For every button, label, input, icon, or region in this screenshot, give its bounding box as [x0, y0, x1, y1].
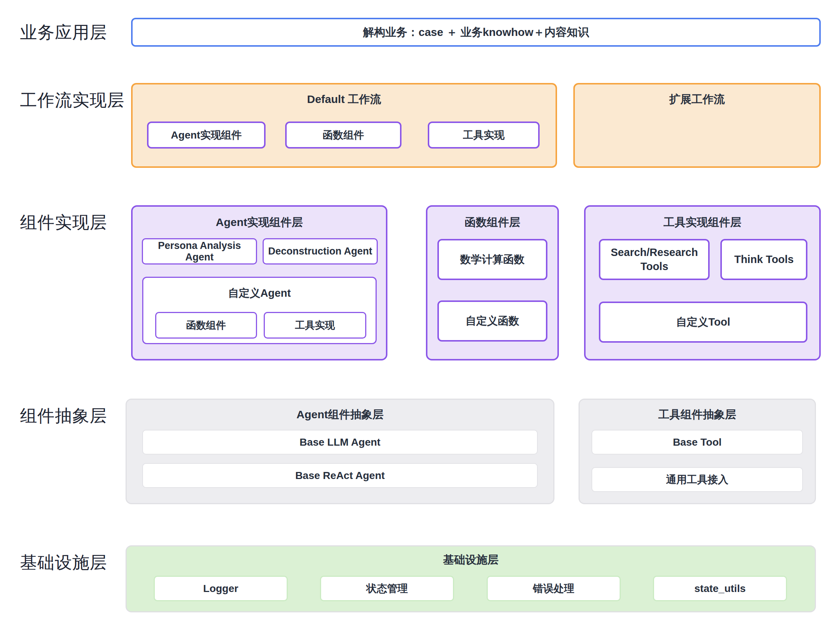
- logger-node: Logger: [154, 576, 288, 601]
- infrastructure-group-title: 基础设施层: [127, 553, 815, 566]
- think-tools-node: Think Tools: [720, 239, 807, 280]
- custom-agent-title: 自定义Agent: [143, 286, 376, 301]
- default-workflow-items: Agent实现组件 函数组件 工具实现: [133, 122, 556, 149]
- agent-chips-row: Persona Analysis Agent Deconstruction Ag…: [142, 238, 378, 264]
- abstraction-layer-row: 组件抽象层 Agent组件抽象层 Base LLM Agent Base ReA…: [0, 399, 840, 504]
- custom-agent-function-node: 函数组件: [155, 312, 257, 338]
- infrastructure-layer-row: 基础设施层 基础设施层 Logger 状态管理 错误处理 state_utils: [0, 545, 840, 612]
- workflow-layer-row: 工作流实现层 Default 工作流 Agent实现组件 函数组件 工具实现 扩…: [0, 83, 840, 168]
- function-component-group: 函数组件层 数学计算函数 自定义函数: [426, 205, 559, 360]
- infrastructure-items: Logger 状态管理 错误处理 state_utils: [154, 576, 787, 601]
- workflow-node-function-component: 函数组件: [285, 122, 401, 149]
- workflow-node-tool-implementation: 工具实现: [428, 122, 540, 149]
- agent-component-group: Agent实现组件层 Persona Analysis Agent Decons…: [131, 205, 387, 360]
- custom-tool-node: 自定义Tool: [599, 302, 807, 343]
- base-tool-node: Base Tool: [592, 430, 803, 455]
- infrastructure-group: 基础设施层 Logger 状态管理 错误处理 state_utils: [126, 545, 816, 612]
- layer-label-workflow: 工作流实现层: [0, 83, 131, 110]
- custom-agent-tool-node: 工具实现: [264, 312, 366, 338]
- custom-agent-items: 函数组件 工具实现: [155, 312, 366, 338]
- custom-agent-group: 自定义Agent 函数组件 工具实现: [142, 277, 377, 344]
- tool-abstraction-title: 工具组件抽象层: [579, 408, 815, 421]
- error-handling-node: 错误处理: [487, 576, 621, 601]
- agent-component-group-title: Agent实现组件层: [133, 216, 386, 229]
- agent-abstraction-title: Agent组件抽象层: [127, 408, 553, 421]
- default-workflow-group: Default 工作流 Agent实现组件 函数组件 工具实现: [131, 83, 557, 168]
- state-management-node: 状态管理: [320, 576, 454, 601]
- tool-abstraction-group: 工具组件抽象层 Base Tool 通用工具接入: [578, 399, 816, 504]
- layer-label-components: 组件实现层: [0, 205, 131, 232]
- layer-label-infrastructure: 基础设施层: [0, 545, 131, 572]
- workflow-node-agent-component: Agent实现组件: [147, 122, 265, 149]
- business-decomposition-node: 解构业务：case ＋ 业务knowhow＋内容知识: [131, 18, 821, 47]
- tool-component-group: 工具实现组件层 Search/Research Tools Think Tool…: [584, 205, 821, 360]
- layer-label-business: 业务应用层: [0, 22, 131, 42]
- layer-label-abstraction: 组件抽象层: [0, 399, 131, 426]
- agent-abstraction-group: Agent组件抽象层 Base LLM Agent Base ReAct Age…: [126, 399, 554, 504]
- component-layer-row: 组件实现层 Agent实现组件层 Persona Analysis Agent …: [0, 205, 840, 360]
- function-component-group-title: 函数组件层: [428, 216, 557, 229]
- base-react-agent-node: Base ReAct Agent: [142, 463, 538, 488]
- extension-workflow-group: 扩展工作流: [573, 83, 821, 168]
- business-layer-row: 业务应用层 解构业务：case ＋ 业务knowhow＋内容知识: [0, 18, 840, 47]
- custom-function-node: 自定义函数: [437, 300, 548, 341]
- base-llm-agent-node: Base LLM Agent: [142, 430, 538, 455]
- tool-chips-row: Search/Research Tools Think Tools: [599, 239, 807, 280]
- math-function-node: 数学计算函数: [437, 239, 548, 280]
- tool-component-group-title: 工具实现组件层: [586, 216, 819, 229]
- deconstruction-agent-node: Deconstruction Agent: [262, 238, 378, 264]
- search-research-tools-node: Search/Research Tools: [599, 239, 710, 280]
- default-workflow-title: Default 工作流: [133, 93, 556, 106]
- generic-tool-access-node: 通用工具接入: [592, 467, 803, 492]
- persona-analysis-agent-node: Persona Analysis Agent: [142, 238, 257, 264]
- state-utils-node: state_utils: [653, 576, 787, 601]
- extension-workflow-title: 扩展工作流: [575, 93, 819, 106]
